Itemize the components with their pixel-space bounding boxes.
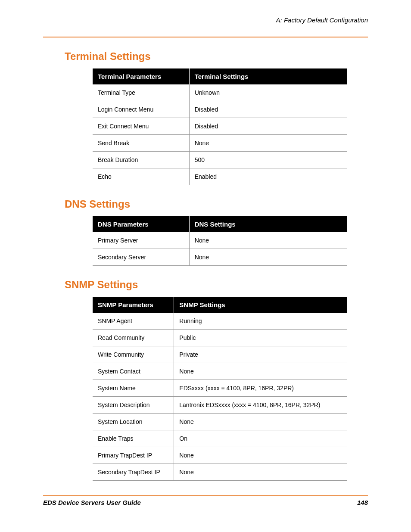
cell-param: Exit Connect Menu (93, 118, 189, 135)
table-row: System ContactNone (93, 363, 347, 380)
cell-value: Public (174, 330, 347, 346)
table-row: Write CommunityPrivate (93, 346, 347, 363)
table-row: System NameEDSxxxx (xxxx = 4100, 8PR, 16… (93, 380, 347, 397)
table-row: Secondary ServerNone (93, 249, 347, 266)
cell-value: 500 (189, 152, 347, 168)
table-row: Exit Connect MenuDisabled (93, 118, 347, 135)
table-row: SNMP AgentRunning (93, 313, 347, 330)
cell-param: Secondary Server (93, 249, 189, 266)
page-footer: EDS Device Servers User Guide 148 (43, 495, 368, 506)
table-snmp-settings: SNMP Parameters SNMP Settings SNMP Agent… (93, 297, 347, 481)
heading-snmp-settings: SNMP Settings (65, 279, 368, 291)
cell-param: Write Community (93, 346, 174, 363)
cell-param: Secondary TrapDest IP (93, 464, 174, 481)
cell-value: None (174, 414, 347, 430)
cell-param: Login Connect Menu (93, 101, 189, 118)
table-row: System LocationNone (93, 414, 347, 430)
cell-param: System Contact (93, 363, 174, 380)
cell-param: Terminal Type (93, 84, 189, 101)
cell-value: Disabled (189, 101, 347, 118)
cell-param: Echo (93, 168, 189, 185)
table-row: EchoEnabled (93, 168, 347, 185)
cell-value: None (189, 232, 347, 249)
cell-param: System Location (93, 414, 174, 430)
table-row: System DescriptionLantronix EDSxxxx (xxx… (93, 397, 347, 414)
cell-param: Read Community (93, 330, 174, 346)
table-row: Break Duration500 (93, 152, 347, 168)
table-row: Login Connect MenuDisabled (93, 101, 347, 118)
cell-value: Enabled (189, 168, 347, 185)
cell-param: Primary Server (93, 232, 189, 249)
table-row: Read CommunityPublic (93, 330, 347, 346)
th-terminal-parameters: Terminal Parameters (93, 68, 189, 84)
cell-param: System Description (93, 397, 174, 414)
th-dns-parameters: DNS Parameters (93, 216, 189, 232)
cell-param: Enable Traps (93, 430, 174, 447)
header-section-label: A: Factory Default Configuration (43, 16, 368, 24)
th-snmp-parameters: SNMP Parameters (93, 297, 174, 313)
cell-value: EDSxxxx (xxxx = 4100, 8PR, 16PR, 32PR) (174, 380, 347, 397)
table-row: Secondary TrapDest IPNone (93, 464, 347, 481)
cell-value: None (189, 135, 347, 152)
cell-param: Break Duration (93, 152, 189, 168)
table-dns-settings: DNS Parameters DNS Settings Primary Serv… (93, 216, 347, 266)
table-row: Send BreakNone (93, 135, 347, 152)
cell-value: None (174, 447, 347, 464)
cell-value: None (174, 464, 347, 481)
cell-value: Private (174, 346, 347, 363)
th-dns-settings: DNS Settings (189, 216, 347, 232)
heading-dns-settings: DNS Settings (65, 198, 368, 210)
cell-value: On (174, 430, 347, 447)
header-rule (43, 37, 368, 37)
table-row: Enable TrapsOn (93, 430, 347, 447)
table-row: Primary TrapDest IPNone (93, 447, 347, 464)
cell-value: Disabled (189, 118, 347, 135)
table-terminal-settings: Terminal Parameters Terminal Settings Te… (93, 68, 347, 185)
cell-value: None (174, 363, 347, 380)
cell-param: Send Break (93, 135, 189, 152)
cell-value: Lantronix EDSxxxx (xxxx = 4100, 8PR, 16P… (174, 397, 347, 414)
footer-doc-title: EDS Device Servers User Guide (43, 499, 141, 506)
cell-value: Unknown (189, 84, 347, 101)
cell-param: Primary TrapDest IP (93, 447, 174, 464)
cell-value: Running (174, 313, 347, 330)
heading-terminal-settings: Terminal Settings (65, 50, 368, 62)
cell-param: System Name (93, 380, 174, 397)
cell-param: SNMP Agent (93, 313, 174, 330)
table-row: Terminal TypeUnknown (93, 84, 347, 101)
table-row: Primary ServerNone (93, 232, 347, 249)
cell-value: None (189, 249, 347, 266)
th-terminal-settings: Terminal Settings (189, 68, 347, 84)
th-snmp-settings: SNMP Settings (174, 297, 347, 313)
footer-page-number: 148 (357, 499, 368, 506)
